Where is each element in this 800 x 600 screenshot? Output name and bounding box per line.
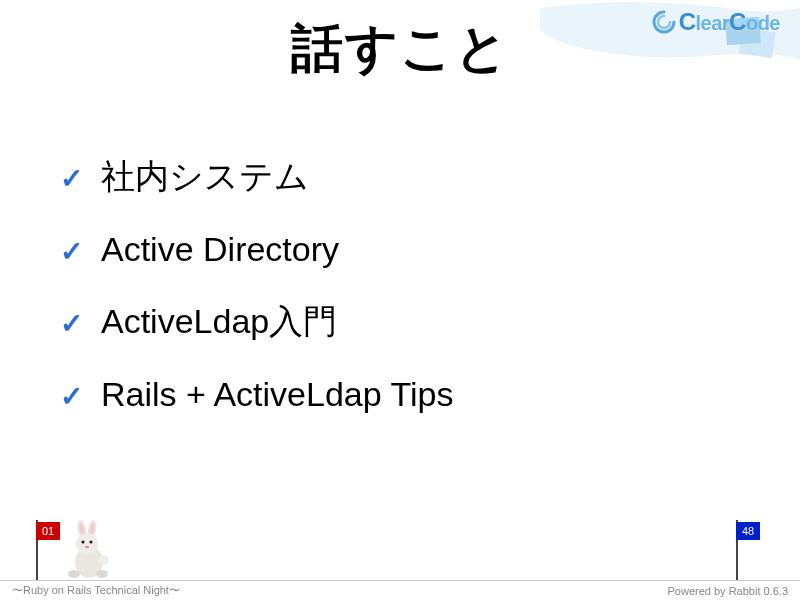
svg-point-13: [99, 555, 109, 565]
check-icon: ✓: [60, 307, 83, 340]
logo-text: ClearCode: [679, 8, 780, 36]
footer-left: 〜Ruby on Rails Technical Night〜: [12, 583, 180, 598]
bullet-item: ✓ 社内システム: [60, 154, 800, 200]
svg-point-7: [76, 533, 98, 555]
progress-area: 01 48: [0, 510, 800, 580]
check-icon: ✓: [60, 380, 83, 413]
bullet-text: 社内システム: [101, 154, 309, 200]
check-icon: ✓: [60, 235, 83, 268]
bullet-list: ✓ 社内システム ✓ Active Directory ✓ ActiveLdap…: [60, 154, 800, 414]
footer-right: Powered by Rabbit 0.6.3: [668, 585, 788, 597]
bullet-text: ActiveLdap入門: [101, 299, 337, 345]
bullet-text: Active Directory: [101, 230, 339, 269]
footer: 〜Ruby on Rails Technical Night〜 Powered …: [0, 580, 800, 600]
current-page-number: 01: [36, 522, 60, 540]
slide: ClearCode 話すこと ✓ 社内システム ✓ Active Directo…: [0, 0, 800, 600]
bullet-text: Rails + ActiveLdap Tips: [101, 375, 453, 414]
svg-point-10: [85, 546, 89, 549]
total-pages-number: 48: [736, 522, 760, 540]
bullet-item: ✓ Active Directory: [60, 230, 800, 269]
total-pages-flag: 48: [736, 520, 762, 580]
svg-point-9: [89, 540, 92, 543]
bullet-item: ✓ ActiveLdap入門: [60, 299, 800, 345]
logo: ClearCode: [651, 8, 780, 36]
rabbit-icon: [64, 520, 114, 580]
current-page-flag: 01: [36, 520, 62, 580]
logo-swirl-icon: [651, 9, 677, 35]
svg-point-12: [96, 570, 108, 578]
svg-point-8: [81, 540, 84, 543]
bullet-item: ✓ Rails + ActiveLdap Tips: [60, 375, 800, 414]
svg-point-11: [68, 570, 80, 578]
check-icon: ✓: [60, 162, 83, 195]
